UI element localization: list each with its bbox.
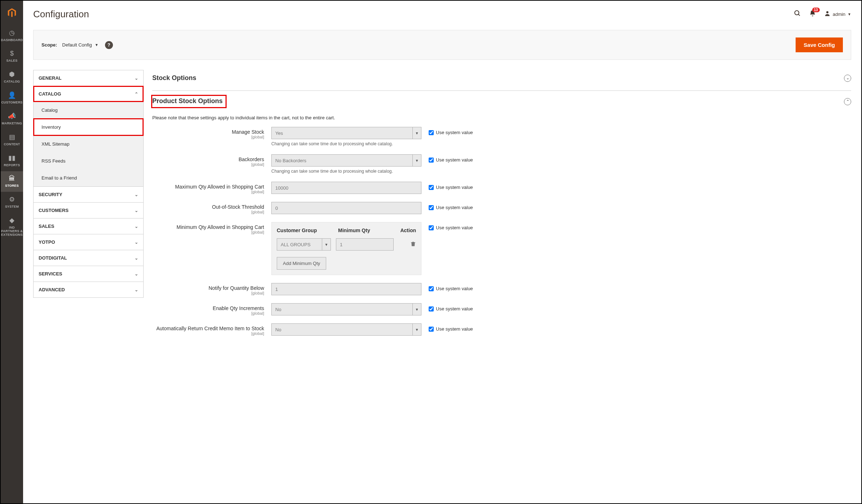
cfgnav-group-general[interactable]: GENERAL⌄	[34, 70, 143, 86]
admin-menu-item-system[interactable]: ⚙SYSTEM	[1, 192, 23, 213]
chevron-down-icon: ⌄	[135, 240, 138, 245]
chevron-down-icon: ⌄	[135, 271, 138, 277]
field-label: Maximum Qty Allowed in Shopping Cart	[152, 184, 264, 190]
menu-label: CONTENT	[1, 142, 23, 146]
menu-icon: 📣	[1, 112, 23, 120]
chevron-up-icon: ⌃	[135, 92, 138, 97]
page-title: Configuration	[33, 9, 794, 20]
admin-menu-item-dashboard[interactable]: ◷DASHBOARD	[1, 25, 23, 46]
fieldset-toggle-product-stock-options[interactable]: Product Stock Options ⌃	[152, 91, 851, 113]
admin-menu-item-content[interactable]: ▤CONTENT	[1, 129, 23, 150]
caret-down-icon: ▼	[412, 304, 421, 315]
min-qty-input	[336, 238, 394, 251]
row-auto-return: Automatically Return Credit Memo Item to…	[152, 323, 851, 336]
field-hint: Changing can take some time due to proce…	[271, 141, 421, 146]
row-max-qty: Maximum Qty Allowed in Shopping Cart [gl…	[152, 182, 851, 194]
cfgnav-item-email-to-a-friend[interactable]: Email to a Friend	[34, 169, 143, 186]
scope-bar: Scope: Default Config ▼ ? Save Config	[33, 30, 851, 60]
admin-menu-item-sales[interactable]: $SALES	[1, 46, 23, 67]
caret-down-icon: ▼	[322, 239, 331, 250]
admin-menu-item-reports[interactable]: ▮▮REPORTS	[1, 150, 23, 171]
admin-menu-item-marketing[interactable]: 📣MARKETING	[1, 109, 23, 129]
help-icon[interactable]: ?	[105, 41, 113, 49]
field-label: Minimum Qty Allowed in Shopping Cart	[152, 224, 264, 230]
field-label: Out-of-Stock Threshold	[152, 204, 264, 210]
cfgnav-group-sales[interactable]: SALES⌄	[34, 218, 143, 234]
expand-icon: ⌄	[844, 75, 851, 82]
cfgnav-item-rss-feeds[interactable]: RSS Feeds	[34, 152, 143, 169]
menu-icon: ▮▮	[1, 154, 23, 162]
cfgnav-group-services[interactable]: SERVICES⌄	[34, 266, 143, 282]
cfgnav-item-catalog[interactable]: Catalog	[34, 102, 143, 119]
table-row: ALL GROUPS ▼	[277, 238, 416, 251]
notifications-badge: 13	[812, 8, 820, 12]
search-icon[interactable]	[794, 10, 801, 19]
cfgnav-item-xml-sitemap[interactable]: XML Sitemap	[34, 136, 143, 152]
add-min-qty-button[interactable]: Add Minimum Qty	[277, 257, 326, 270]
user-menu[interactable]: admin ▼	[824, 10, 851, 18]
admin-menu-item-catalog[interactable]: ⬢CATALOG	[1, 67, 23, 88]
col-customer-group: Customer Group	[277, 227, 338, 233]
menu-label: STORES	[1, 184, 23, 187]
use-system-checkbox[interactable]: Use system value	[421, 323, 473, 332]
trash-icon[interactable]	[410, 241, 416, 248]
notify-below-input	[271, 283, 421, 295]
backorders-select: No Backorders ▼	[271, 154, 421, 167]
menu-label: SALES	[1, 59, 23, 62]
use-system-checkbox[interactable]: Use system value	[421, 222, 473, 230]
group-select: ALL GROUPS ▼	[277, 238, 331, 251]
auto-return-select: No ▼	[271, 323, 421, 336]
row-manage-stock: Manage Stock [global] Yes ▼ Changing can…	[152, 127, 851, 146]
chevron-down-icon: ⌄	[135, 208, 138, 213]
menu-icon: ◆	[1, 216, 23, 224]
collapse-icon: ⌃	[844, 98, 851, 105]
field-label: Backorders	[152, 156, 264, 162]
chevron-down-icon: ⌄	[135, 192, 138, 197]
group-label: YOTPO	[39, 239, 55, 245]
use-system-checkbox[interactable]: Use system value	[421, 127, 473, 135]
admin-menu-item-stores[interactable]: 🏛STORES	[1, 171, 23, 192]
group-label: CUSTOMERS	[39, 208, 69, 213]
cfgnav-group-advanced[interactable]: ADVANCED⌄	[34, 282, 143, 297]
scope-select[interactable]: Default Config ▼	[62, 42, 98, 48]
cfgnav-group-security[interactable]: SECURITY⌄	[34, 187, 143, 202]
menu-icon: ◷	[1, 29, 23, 37]
menu-icon: ⬢	[1, 70, 23, 78]
group-label: GENERAL	[39, 75, 62, 81]
menu-label: CUSTOMERS	[1, 101, 23, 104]
cfgnav-item-inventory[interactable]: Inventory	[34, 119, 143, 136]
use-system-checkbox[interactable]: Use system value	[421, 182, 473, 190]
chevron-down-icon: ⌄	[135, 287, 138, 292]
save-config-button[interactable]: Save Config	[796, 37, 843, 52]
menu-icon: 🏛	[1, 175, 23, 182]
menu-label: SYSTEM	[1, 205, 23, 208]
caret-down-icon: ▼	[95, 43, 99, 47]
max-qty-input	[271, 182, 421, 194]
use-system-checkbox[interactable]: Use system value	[421, 154, 473, 163]
menu-icon: ▤	[1, 133, 23, 141]
magento-logo-icon[interactable]	[6, 7, 18, 19]
group-label: SECURITY	[39, 192, 62, 197]
group-label: CATALOG	[39, 91, 61, 97]
fieldset-note: Please note that these settings apply to…	[152, 115, 851, 120]
cfgnav-group-dotdigital[interactable]: DOTDIGITAL⌄	[34, 250, 143, 266]
admin-menu-item-ind-partners-extensions[interactable]: ◆IND PARTNERS & EXTENSIONS	[1, 213, 23, 241]
config-nav: GENERAL⌄CATALOG⌃CatalogInventoryXML Site…	[33, 70, 144, 298]
menu-label: IND PARTNERS & EXTENSIONS	[1, 226, 23, 236]
cfgnav-group-catalog[interactable]: CATALOG⌃	[34, 86, 143, 102]
fieldset-toggle-stock-options[interactable]: Stock Options ⌄	[152, 70, 851, 87]
svg-line-1	[798, 14, 800, 16]
field-label: Automatically Return Credit Memo Item to…	[152, 326, 264, 331]
use-system-checkbox[interactable]: Use system value	[421, 202, 473, 210]
admin-menu-item-customers[interactable]: 👤CUSTOMERS	[1, 88, 23, 109]
notifications-icon[interactable]: 13	[809, 10, 816, 19]
row-backorders: Backorders [global] No Backorders ▼ Chan…	[152, 154, 851, 174]
username-label: admin	[833, 12, 845, 17]
cfgnav-group-customers[interactable]: CUSTOMERS⌄	[34, 203, 143, 218]
cfgnav-group-yotpo[interactable]: YOTPO⌄	[34, 234, 143, 250]
field-label: Enable Qty Increments	[152, 305, 264, 311]
use-system-checkbox[interactable]: Use system value	[421, 283, 473, 291]
use-system-checkbox[interactable]: Use system value	[421, 303, 473, 311]
group-label: SALES	[39, 224, 54, 229]
fieldset-product-stock-options: Product Stock Options ⌃ Please note that…	[152, 90, 851, 336]
